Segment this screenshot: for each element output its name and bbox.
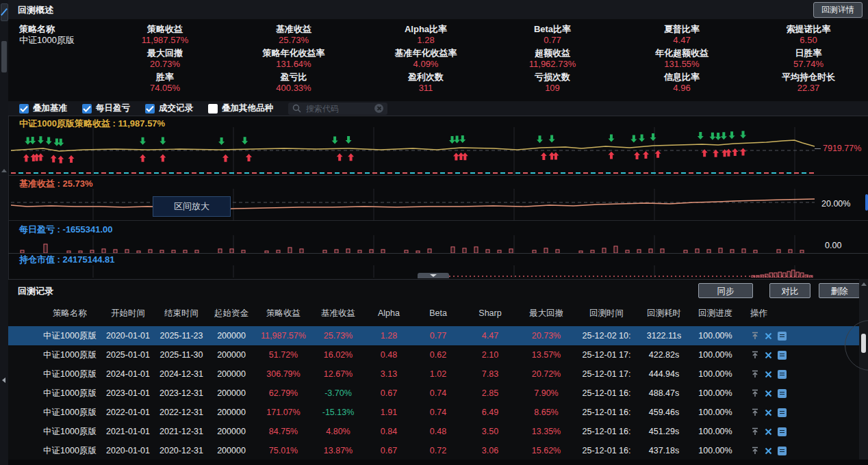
left-scrollbar-thumb[interactable] xyxy=(1,41,7,72)
table-row[interactable]: 中证1000原版2022-01-012022-12-31200000171.07… xyxy=(8,403,859,422)
pin-top-icon[interactable] xyxy=(750,447,759,455)
delete-record-icon[interactable] xyxy=(764,447,773,455)
checkbox-checked-icon[interactable] xyxy=(82,104,92,114)
log-icon[interactable] xyxy=(778,370,787,379)
cell: 200000 xyxy=(208,331,255,341)
log-icon[interactable] xyxy=(778,427,787,436)
position-value-chart[interactable] xyxy=(11,265,815,278)
column-header-0[interactable]: 策略名称 xyxy=(38,308,101,319)
table-row[interactable]: 中证1000原版2025-01-012025-11-3020000051.72%… xyxy=(8,345,859,364)
column-header-5[interactable]: 基准收益 xyxy=(312,308,364,319)
log-icon[interactable] xyxy=(778,408,787,417)
pin-top-icon[interactable] xyxy=(750,427,759,436)
log-icon[interactable] xyxy=(778,351,787,360)
checkbox-label: 叠加基准 xyxy=(33,103,67,114)
stat-metric: 超额收益11,962.73% xyxy=(490,47,615,71)
table-row[interactable]: 中证1000原版2023-01-012023-12-3120000062.79%… xyxy=(8,384,859,403)
pin-top-icon[interactable] xyxy=(750,351,759,360)
cell: 2024-01-01 xyxy=(101,369,155,379)
search-input[interactable] xyxy=(305,103,371,114)
equity-chart[interactable] xyxy=(11,127,815,175)
delete-button[interactable]: 删除 xyxy=(819,283,860,298)
column-header-11[interactable]: 回测耗时 xyxy=(638,308,690,319)
sync-button[interactable]: 同步 xyxy=(698,283,753,298)
table-row[interactable]: 中证1000原版2020-01-012020-12-3120000075.01%… xyxy=(8,441,859,460)
compare-button[interactable]: 对比 xyxy=(769,283,810,298)
checkbox-label: 叠加其他品种 xyxy=(222,103,273,114)
log-icon[interactable] xyxy=(778,332,787,341)
delete-record-icon[interactable] xyxy=(764,389,773,398)
horizontal-scrollbar-track[interactable] xyxy=(8,460,868,465)
stat-strategy-name: 策略名称中证1000原版 xyxy=(19,23,104,47)
column-header-1[interactable]: 开始时间 xyxy=(101,308,155,319)
search-box[interactable] xyxy=(288,103,387,115)
cell: 0.84 xyxy=(364,427,413,436)
cell: 62.79% xyxy=(255,388,312,398)
overlay-checkbox-item-3[interactable]: 叠加其他品种 xyxy=(208,103,273,114)
table-row[interactable]: 中证1000原版2024-01-012024-12-31200000306.79… xyxy=(8,364,859,384)
divider xyxy=(8,175,868,176)
clear-search-icon[interactable] xyxy=(374,104,383,113)
table-body: 中证1000原版2020-01-012025-11-2320000011,987… xyxy=(8,326,859,460)
cell: 2025-11-23 xyxy=(155,331,208,341)
table-row[interactable]: 中证1000原版2020-01-012025-11-2320000011,987… xyxy=(8,326,859,345)
cell: 2022-12-31 xyxy=(155,408,208,417)
column-header-8[interactable]: Sharp xyxy=(463,308,518,318)
sell-arrow-icon xyxy=(608,134,614,142)
column-header-2[interactable]: 结束时间 xyxy=(155,308,208,319)
checkbox-unchecked-icon[interactable] xyxy=(208,104,218,114)
sell-arrow-icon xyxy=(650,133,656,141)
buy-arrow-icon xyxy=(246,154,252,161)
sell-arrow-icon xyxy=(46,137,52,144)
sell-arrow-icon xyxy=(698,132,704,140)
checkbox-checked-icon[interactable] xyxy=(145,104,155,114)
collapse-left-icon[interactable] xyxy=(2,377,5,383)
collapse-panel-handle[interactable] xyxy=(418,273,449,278)
cell: 459.46s xyxy=(638,408,690,417)
cell: 100.00% xyxy=(690,350,741,360)
cell: 中证1000原版 xyxy=(38,426,101,438)
stat-metric: 信息比率4.96 xyxy=(615,71,749,95)
sell-arrow-icon xyxy=(159,137,166,145)
delete-record-icon[interactable] xyxy=(764,427,773,436)
pen-tool-icon[interactable] xyxy=(1,3,8,21)
pin-top-icon[interactable] xyxy=(750,408,759,417)
delete-record-icon[interactable] xyxy=(764,332,773,341)
pin-top-icon[interactable] xyxy=(750,389,759,398)
benchmark-chart[interactable] xyxy=(11,189,815,220)
cell: 0.74 xyxy=(413,408,463,417)
cell: 100.00% xyxy=(690,427,741,436)
scroll-up-icon[interactable] xyxy=(861,282,867,286)
cell: -3.70% xyxy=(312,388,364,398)
stat-metric: 基准年化收益率4.09% xyxy=(361,47,490,71)
log-icon[interactable] xyxy=(778,389,787,398)
column-header-6[interactable]: Alpha xyxy=(364,308,413,318)
column-header-7[interactable]: Beta xyxy=(413,308,463,318)
collapse-up-icon[interactable] xyxy=(1,169,7,172)
delete-record-icon[interactable] xyxy=(764,351,773,360)
pin-top-icon[interactable] xyxy=(750,332,759,341)
log-icon[interactable] xyxy=(778,447,787,455)
buy-arrow-icon xyxy=(608,151,614,159)
daily-pnl-chart[interactable] xyxy=(11,235,815,253)
cell: 171.07% xyxy=(255,408,312,417)
stat-metric: 盈亏比400.33% xyxy=(226,71,361,95)
column-header-4[interactable]: 策略收益 xyxy=(255,308,312,319)
overlay-checkbox-item-0[interactable]: 叠加基准 xyxy=(19,103,67,114)
pin-top-icon[interactable] xyxy=(750,370,759,379)
range-zoom-button[interactable]: 区间放大 xyxy=(153,196,231,217)
table-row[interactable]: 中证1000原版2021-01-012021-12-3120000084.75%… xyxy=(8,422,859,441)
right-scrollbar-thumb[interactable] xyxy=(865,194,868,211)
column-header-9[interactable]: 最大回撤 xyxy=(518,308,575,319)
backtest-detail-button[interactable]: 回测详情 xyxy=(813,2,863,18)
column-header-12[interactable]: 回测进度 xyxy=(690,308,741,319)
cell: 0.48 xyxy=(413,427,463,436)
checkbox-checked-icon[interactable] xyxy=(19,104,29,114)
delete-record-icon[interactable] xyxy=(764,370,773,379)
column-header-13[interactable]: 操作 xyxy=(741,308,859,319)
overlay-checkbox-item-2[interactable]: 成交记录 xyxy=(145,103,193,114)
column-header-3[interactable]: 起始资金 xyxy=(208,308,255,319)
column-header-10[interactable]: 回测时间 xyxy=(575,308,638,319)
delete-record-icon[interactable] xyxy=(764,408,773,417)
overlay-checkbox-item-1[interactable]: 每日盈亏 xyxy=(82,103,130,114)
